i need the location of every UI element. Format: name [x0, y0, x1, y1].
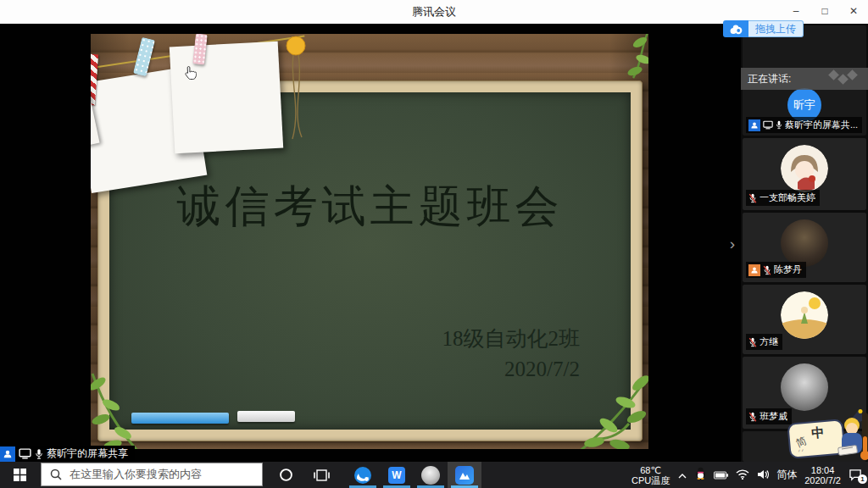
taskbar-clock[interactable]: 18:04 2020/7/2 — [804, 465, 841, 485]
drag-upload-button[interactable]: 拖拽上传 — [723, 20, 804, 37]
cortana-icon — [279, 468, 293, 482]
sidebar-collapse-arrow[interactable]: › — [726, 234, 739, 256]
search-icon — [50, 469, 62, 480]
avatar — [781, 363, 828, 411]
slide-subtitle: 18级自动化2班 2020/7/2 — [442, 324, 581, 385]
hand-cursor-icon — [185, 65, 197, 80]
task-view-button[interactable] — [303, 462, 339, 488]
screen-share-banner: 蔡昕宇的屏幕共享 — [0, 446, 135, 462]
vine-leaves — [91, 367, 145, 449]
paper-note — [170, 42, 283, 154]
system-tray: 68℃ CPU温度 简体 18:04 2020/7/2 — [632, 462, 868, 488]
qq-penguin-tray-icon[interactable] — [695, 467, 706, 483]
taskbar-app-tencent-meeting[interactable] — [448, 462, 481, 488]
tencent-meeting-icon — [455, 466, 474, 485]
slide-title: 诚信考试主题班会 — [109, 177, 631, 236]
speaking-now-label: 正在讲话: — [748, 72, 791, 86]
participant-name: 一支部畅美婷 — [760, 191, 815, 204]
meeting-watermark-logo — [830, 71, 856, 83]
participant-tile[interactable]: 一支部畅美婷 — [743, 138, 866, 210]
shared-screen-area: 诚信考试主题班会 18级自动化2班 2020/7/2 I♥U — [0, 24, 741, 462]
bubble-marks: ៸៸ — [798, 446, 805, 454]
clock-time: 18:04 — [804, 465, 841, 475]
member-badge-icon — [748, 119, 760, 131]
yellow-balloon — [284, 36, 309, 146]
drag-upload-label: 拖拽上传 — [748, 20, 804, 37]
participant-tile[interactable]: 陈梦丹 — [743, 213, 866, 282]
tray-chevron-up-icon[interactable] — [677, 468, 687, 483]
wifi-icon[interactable] — [736, 468, 749, 483]
participant-name: 方继 — [760, 336, 778, 348]
participant-name-bar: 陈梦丹 — [746, 262, 806, 278]
blue-chalk — [131, 413, 229, 424]
cpu-temp-value: 68℃ — [632, 465, 670, 475]
avatar — [781, 219, 828, 267]
white-chalk — [237, 411, 295, 422]
taskbar-app-user[interactable] — [414, 462, 448, 488]
taskbar-search-input[interactable]: 在这里输入你要搜索的内容 — [41, 463, 263, 486]
close-button[interactable]: ✕ — [839, 0, 868, 24]
avatar — [781, 145, 828, 192]
mic-icon — [35, 448, 43, 460]
search-placeholder: 在这里输入你要搜索的内容 — [70, 467, 202, 482]
avatar — [781, 291, 828, 339]
cpu-temp-widget[interactable]: 68℃ CPU温度 — [632, 465, 670, 485]
participant-name: 班梦威 — [760, 410, 787, 423]
participant-name-bar: 一支部畅美婷 — [746, 190, 820, 206]
mic-icon — [776, 120, 782, 130]
participant-name: 陈梦丹 — [774, 263, 802, 276]
notification-badge: 1 — [858, 474, 867, 484]
slide-class-line: 18级自动化2班 — [442, 324, 581, 354]
member-badge-icon — [748, 264, 760, 276]
participant-name-bar: 班梦威 — [746, 408, 792, 424]
cloud-upload-icon — [723, 20, 748, 37]
windows-taskbar: 在这里输入你要搜索的内容 W — [0, 462, 868, 488]
ime-pet-widget[interactable]: 中 简 ៸៸ — [787, 409, 868, 462]
participant-name-bar: 蔡昕宇的屏幕共... — [746, 117, 862, 133]
qq-browser-icon — [353, 466, 372, 485]
muted-mic-icon — [748, 412, 757, 422]
taskbar-app-wps[interactable]: W — [380, 462, 414, 488]
cortana-button[interactable] — [268, 462, 303, 488]
participant-tile[interactable]: 方继 — [743, 285, 866, 354]
muted-mic-icon — [748, 337, 757, 347]
user-avatar-app-icon — [421, 466, 440, 485]
start-button[interactable] — [0, 462, 39, 488]
cpu-temp-label: CPU温度 — [632, 475, 670, 485]
slide-date-line: 2020/7/2 — [442, 354, 581, 385]
taskbar-app-qq-browser[interactable] — [346, 462, 380, 488]
share-banner-label: 蔡昕宇的屏幕共享 — [47, 446, 128, 461]
avatar-initials: 昕宇 — [793, 97, 815, 113]
presentation-slide: 诚信考试主题班会 18级自动化2班 2020/7/2 I♥U — [91, 34, 648, 449]
member-badge-icon — [0, 446, 15, 462]
wps-icon: W — [388, 467, 405, 484]
vine-leaves — [616, 34, 648, 81]
taskbar-apps: W — [346, 462, 481, 488]
clock-date: 2020/7/2 — [804, 475, 841, 485]
muted-mic-icon — [763, 265, 771, 275]
ime-indicator[interactable]: 简体 — [776, 468, 797, 482]
screen-share-icon — [763, 120, 773, 130]
ime-char: 中 — [811, 424, 826, 441]
muted-mic-icon — [748, 193, 757, 203]
widget-slider[interactable] — [862, 413, 868, 458]
participant-name-bar: 方继 — [746, 334, 782, 350]
screen-share-icon — [19, 448, 31, 459]
speaking-now-bar: 正在讲话: — [741, 68, 868, 90]
battery-icon[interactable] — [714, 468, 728, 483]
participants-sidebar: 昕宇 蔡昕宇的屏幕共... 正在讲话: — [741, 24, 868, 462]
action-center-button[interactable]: 1 — [849, 469, 863, 481]
task-view-icon — [314, 469, 330, 482]
speaker-icon[interactable] — [757, 468, 769, 483]
clothespin-blue — [133, 37, 155, 77]
desktop-screen: 腾讯会议 – □ ✕ 拖拽上传 诚信考试主题班会 18级自动化2班 2020/7… — [0, 0, 868, 488]
maximize-button[interactable]: □ — [810, 0, 839, 24]
vine-leaves — [573, 364, 648, 449]
participant-name: 蔡昕宇的屏幕共... — [785, 119, 858, 131]
